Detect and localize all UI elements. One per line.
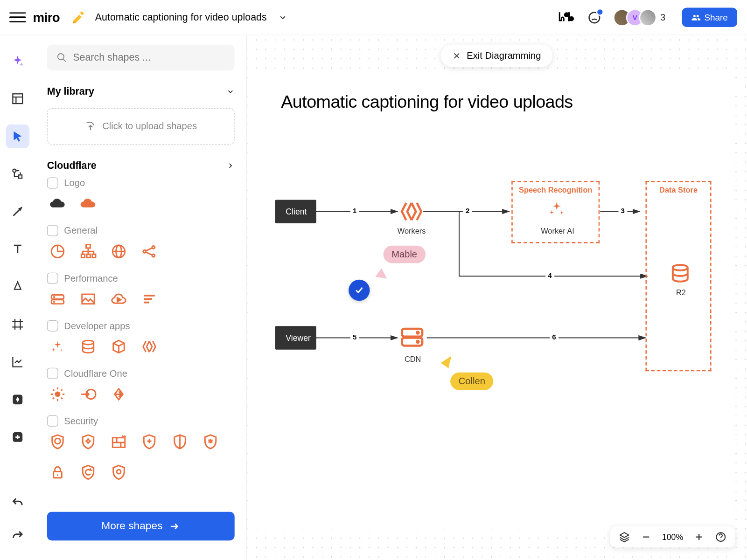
cloud-dark-icon[interactable]: [48, 194, 67, 213]
performance-checkbox[interactable]: [47, 273, 58, 284]
upload-label: Click to upload shapes: [102, 121, 197, 132]
sun-icon[interactable]: [48, 385, 67, 403]
image-icon[interactable]: [79, 290, 98, 308]
security-checkbox[interactable]: [47, 415, 58, 427]
undo-button[interactable]: [6, 491, 29, 514]
diagram-tool-icon[interactable]: [6, 162, 29, 186]
svg-line-13: [63, 59, 66, 62]
share-button[interactable]: Share: [682, 7, 737, 27]
chart-tool-icon[interactable]: [6, 350, 29, 373]
shield-refresh-icon[interactable]: [79, 463, 98, 482]
layers-icon[interactable]: [619, 531, 630, 543]
globe-icon[interactable]: [109, 242, 128, 261]
worker-ai-node[interactable]: [547, 199, 567, 219]
security-group-header[interactable]: Security: [47, 415, 235, 427]
shield-half-icon[interactable]: [170, 432, 189, 451]
shield-gear-icon[interactable]: [79, 432, 98, 451]
cfone-checkbox[interactable]: [47, 368, 58, 379]
r2-node[interactable]: [669, 262, 691, 284]
template-tool-icon[interactable]: [6, 87, 29, 110]
chevron-down-icon[interactable]: [279, 13, 287, 21]
ai-tool-icon[interactable]: [6, 49, 29, 73]
share-nodes-icon[interactable]: [140, 242, 159, 261]
login-icon[interactable]: [79, 385, 98, 403]
lock-icon[interactable]: [48, 463, 67, 482]
zoom-level[interactable]: 100%: [662, 532, 683, 542]
general-group-label: General: [64, 225, 98, 236]
workers-icon[interactable]: [140, 337, 159, 356]
client-node[interactable]: Client: [275, 200, 316, 223]
database-icon[interactable]: [79, 337, 98, 356]
redo-button[interactable]: [6, 524, 29, 547]
exit-label: Exit Diagramming: [467, 50, 541, 61]
speech-recognition-group[interactable]: Speech Recognition Worker AI: [511, 181, 600, 243]
database-icon: [669, 262, 691, 284]
shield-snow-icon[interactable]: [201, 432, 220, 451]
text-tool-icon[interactable]: [6, 237, 29, 261]
tool-rail: [0, 35, 35, 560]
sticker-tool-icon[interactable]: [6, 388, 29, 411]
cloud-orange-icon[interactable]: [79, 194, 98, 213]
devapps-checkbox[interactable]: [47, 320, 58, 332]
my-library-section[interactable]: My library: [47, 80, 235, 103]
performance-group-header[interactable]: Performance: [47, 273, 235, 284]
piechart-icon[interactable]: [48, 242, 67, 261]
svg-line-40: [53, 398, 54, 399]
close-icon: [453, 52, 461, 60]
add-tool-icon[interactable]: [6, 425, 29, 449]
viewer-node[interactable]: Viewer: [275, 326, 316, 349]
bars-icon[interactable]: [140, 290, 159, 308]
line-tool-icon[interactable]: [6, 200, 29, 223]
workers-node[interactable]: [398, 199, 424, 224]
cfone-group-header[interactable]: Cloudflare One: [47, 368, 235, 379]
help-icon[interactable]: [715, 531, 726, 543]
security-group-label: Security: [64, 415, 98, 426]
logo-group-header[interactable]: Logo: [47, 178, 235, 189]
general-group-header[interactable]: General: [47, 225, 235, 236]
svg-point-0: [589, 12, 600, 23]
data-store-group[interactable]: Data Store R2: [645, 181, 711, 371]
svg-point-56: [417, 341, 419, 343]
zoom-out-button[interactable]: [641, 532, 652, 542]
shield-star-icon[interactable]: [140, 432, 159, 451]
cdn-node[interactable]: [398, 323, 426, 350]
pen-tool-icon[interactable]: [6, 275, 29, 298]
cloud-play-icon[interactable]: [109, 290, 128, 308]
frame-tool-icon[interactable]: [6, 312, 29, 336]
search-shapes-input[interactable]: [73, 52, 225, 63]
svg-point-4: [13, 169, 16, 173]
upload-shapes-button[interactable]: Click to upload shapes: [47, 108, 235, 145]
more-shapes-button[interactable]: More shapes: [47, 512, 235, 540]
sparkle-icon[interactable]: [48, 337, 67, 356]
server-icon[interactable]: [48, 290, 67, 308]
select-tool-icon[interactable]: [6, 124, 29, 148]
svg-point-44: [87, 440, 90, 442]
general-checkbox[interactable]: [47, 225, 58, 236]
diagram-frame[interactable]: Automatic captioning for video uploads 1…: [251, 70, 728, 529]
devapps-group-header[interactable]: Developer apps: [47, 320, 235, 332]
svg-point-22: [152, 246, 155, 249]
avatar[interactable]: [639, 8, 657, 26]
collaborator-avatars[interactable]: V 3: [618, 8, 665, 26]
canvas[interactable]: Exit Diagramming Automatic captioning fo…: [247, 35, 747, 560]
svg-rect-16: [81, 254, 84, 257]
logout-icon[interactable]: [109, 385, 128, 403]
reactions-icon[interactable]: ᖺᖳᖲ: [559, 11, 573, 24]
logo-checkbox[interactable]: [47, 178, 58, 189]
shield-globe-icon[interactable]: [48, 432, 67, 451]
exit-diagramming-button[interactable]: Exit Diagramming: [441, 45, 553, 67]
cloudflare-section[interactable]: Cloudflare: [47, 154, 235, 177]
svg-line-39: [61, 398, 63, 399]
hierarchy-icon[interactable]: [79, 242, 98, 261]
search-shapes-box[interactable]: [47, 45, 235, 70]
chat-icon[interactable]: [585, 8, 604, 27]
firewall-icon[interactable]: [109, 432, 128, 451]
shield-cog-icon[interactable]: [109, 463, 128, 482]
board-title[interactable]: Automatic captioning for video uploads: [95, 12, 267, 23]
workers-label: Workers: [398, 227, 426, 235]
main-menu-button[interactable]: [9, 9, 26, 26]
cube-icon[interactable]: [109, 337, 128, 356]
zoom-in-button[interactable]: [694, 532, 705, 542]
server-icon: [398, 323, 426, 350]
r2-label: R2: [676, 288, 686, 297]
